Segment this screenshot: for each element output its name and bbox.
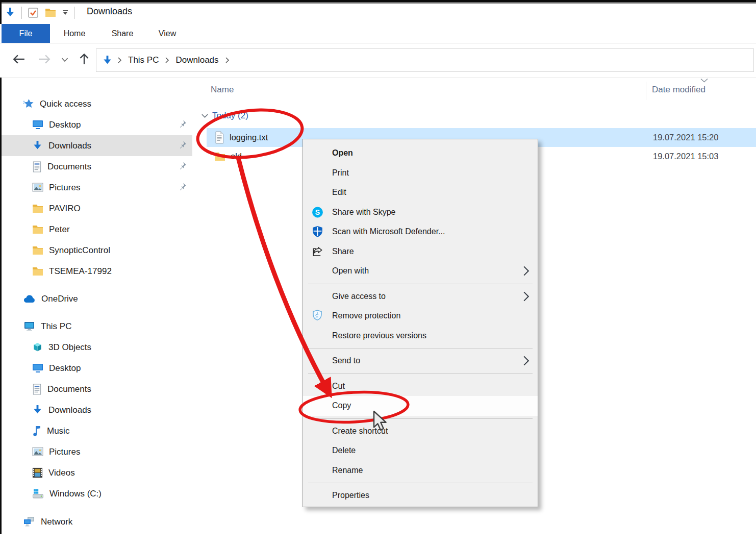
back-icon xyxy=(11,53,27,66)
menu-item-copy[interactable]: Copy xyxy=(303,396,538,416)
pin-icon xyxy=(178,161,187,172)
recent-locations-caret[interactable] xyxy=(61,56,69,65)
sidebar-item-this-pc[interactable]: This PC xyxy=(2,316,192,337)
cube-icon xyxy=(32,341,43,354)
down-arrow-icon xyxy=(32,404,43,416)
breadcrumb-downloads[interactable]: Downloads xyxy=(173,54,220,66)
sidebar-item-music[interactable]: Music xyxy=(2,420,192,441)
sidebar-item-label: Documents xyxy=(47,162,91,172)
menu-item-properties[interactable]: Properties xyxy=(303,486,538,506)
sidebar-item-synopticcontrol[interactable]: SynopticControl xyxy=(2,240,192,261)
crumb-chevron-icon xyxy=(165,57,169,64)
sidebar-item-3d-objects[interactable]: 3D Objects xyxy=(2,337,192,358)
window-border-top-inner xyxy=(0,4,756,4)
menu-item-label: Cut xyxy=(332,382,345,391)
sidebar-item-label: 3D Objects xyxy=(48,342,91,353)
tab-view[interactable]: View xyxy=(150,24,184,43)
drive-icon xyxy=(32,488,44,500)
sidebar-item-label: Music xyxy=(47,426,69,436)
menu-item-label: Rename xyxy=(332,466,363,475)
sidebar-item-label: Pictures xyxy=(49,183,80,193)
column-header-name[interactable]: Name xyxy=(211,85,234,95)
folder-small-icon[interactable] xyxy=(44,7,57,18)
sidebar-item-label: This PC xyxy=(41,321,71,332)
menu-item-scan-with-microsoft-defender[interactable]: Scan with Microsoft Defender... xyxy=(303,222,538,242)
menu-item-share-with-skype[interactable]: SShare with Skype xyxy=(303,203,538,222)
pin-icon xyxy=(178,182,187,193)
menu-item-label: Open with xyxy=(332,266,369,276)
file-name: old xyxy=(231,152,242,161)
sidebar-item-desktop[interactable]: Desktop xyxy=(2,358,192,379)
downloads-small-icon[interactable] xyxy=(4,6,16,19)
document-icon xyxy=(32,161,42,173)
sidebar-item-downloads[interactable]: Downloads xyxy=(2,400,192,420)
pin-icon xyxy=(178,119,187,131)
address-bar[interactable]: This PCDownloads xyxy=(96,48,754,72)
sidebar-item-onedrive[interactable]: OneDrive xyxy=(2,288,192,309)
menu-item-restore-previous-versions[interactable]: Restore previous versions xyxy=(303,326,538,346)
sidebar-item-windows-c[interactable]: Windows (C:) xyxy=(2,483,192,504)
menu-item-create-shortcut[interactable]: Create shortcut xyxy=(303,421,538,441)
menu-item-give-access-to[interactable]: Give access to xyxy=(303,287,538,307)
sidebar-item-label: Downloads xyxy=(48,405,91,415)
menu-item-label: Share xyxy=(332,247,354,256)
menu-item-share[interactable]: Share xyxy=(303,242,538,262)
folder-icon xyxy=(32,203,44,214)
star-icon xyxy=(23,98,35,110)
title-bar: Downloads xyxy=(2,5,756,24)
shield-outline-icon xyxy=(311,309,323,322)
qat-customize-caret-icon[interactable] xyxy=(62,10,69,16)
tab-home[interactable]: Home xyxy=(56,24,93,43)
up-icon xyxy=(78,52,91,66)
crumb-chevron-icon xyxy=(225,57,230,64)
forward-icon xyxy=(37,53,52,66)
film-icon xyxy=(32,467,43,479)
sidebar-item-label: Pictures xyxy=(49,447,80,457)
sidebar-item-quick-access[interactable]: Quick access xyxy=(2,93,192,114)
tab-file[interactable]: File xyxy=(2,24,50,43)
sidebar-item-tsemea-17992[interactable]: TSEMEA-17992 xyxy=(2,261,192,282)
menu-item-label: Give access to xyxy=(332,292,386,301)
sidebar-item-label: SynopticControl xyxy=(49,245,110,256)
tab-share[interactable]: Share xyxy=(105,24,140,43)
file-text-icon xyxy=(214,131,225,144)
sidebar-item-peter[interactable]: Peter xyxy=(2,219,192,240)
sidebar-item-videos[interactable]: Videos xyxy=(2,462,192,483)
back-button[interactable] xyxy=(11,53,27,68)
small-caret-icon xyxy=(61,57,69,63)
menu-item-open-with[interactable]: Open with xyxy=(303,261,538,281)
sidebar-item-pictures[interactable]: Pictures xyxy=(2,177,192,198)
file-date-modified: 19.07.2021 15:03 xyxy=(653,152,718,161)
navigation-bar: This PCDownloads xyxy=(0,43,756,78)
submenu-arrow-icon xyxy=(523,355,530,366)
sidebar-item-documents[interactable]: Documents xyxy=(2,156,192,177)
sort-direction-icon[interactable] xyxy=(700,76,709,85)
pictures-icon xyxy=(32,446,44,457)
group-header-today[interactable]: Today (2) xyxy=(201,111,248,121)
menu-item-remove-protection[interactable]: Remove protection xyxy=(303,306,538,326)
menu-item-edit[interactable]: Edit xyxy=(303,183,538,203)
cloud-icon xyxy=(23,294,36,304)
menu-item-print[interactable]: Print xyxy=(303,163,538,183)
file-date-modified: 19.07.2021 15:20 xyxy=(653,133,718,142)
column-header-date-modified[interactable]: Date modified xyxy=(652,85,705,95)
column-divider[interactable] xyxy=(646,82,646,100)
sidebar-item-label: Quick access xyxy=(40,99,91,109)
menu-item-cut[interactable]: Cut xyxy=(303,377,538,396)
sidebar-item-pictures[interactable]: Pictures xyxy=(2,441,192,462)
sidebar-item-documents[interactable]: Documents xyxy=(2,379,192,400)
checkbox-icon[interactable] xyxy=(27,7,39,19)
up-button[interactable] xyxy=(78,52,91,68)
menu-item-delete[interactable]: Delete xyxy=(303,441,538,461)
menu-item-rename[interactable]: Rename xyxy=(303,461,538,481)
sidebar-item-downloads[interactable]: Downloads xyxy=(2,135,192,156)
folder-icon xyxy=(32,245,44,256)
breadcrumb-this-pc[interactable]: This PC xyxy=(126,54,161,66)
submenu-arrow-icon xyxy=(523,291,530,302)
forward-button[interactable] xyxy=(37,53,52,68)
menu-item-send-to[interactable]: Send to xyxy=(303,351,538,371)
sidebar-item-paviro[interactable]: PAVIRO xyxy=(2,198,192,219)
sidebar-item-network[interactable]: Network xyxy=(2,511,192,532)
sidebar-item-desktop[interactable]: Desktop xyxy=(2,114,192,135)
menu-item-open[interactable]: Open xyxy=(303,143,538,163)
